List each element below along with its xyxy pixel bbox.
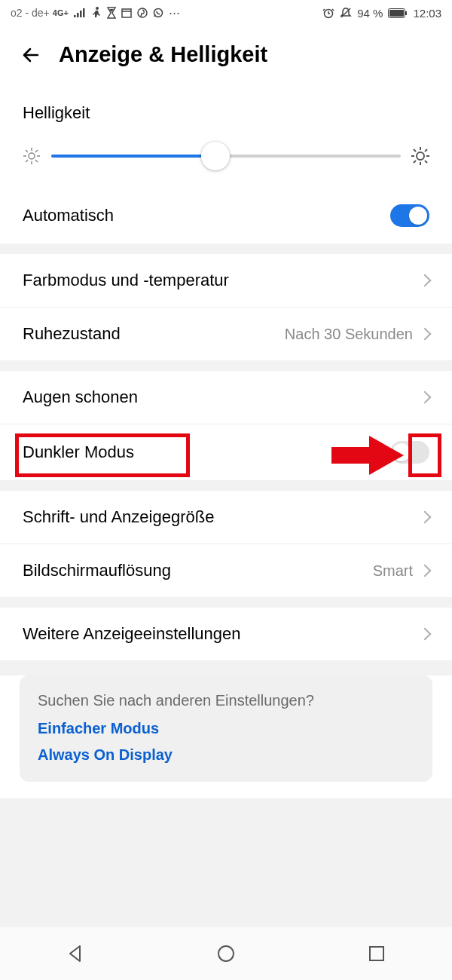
sun-low-icon xyxy=(21,145,42,167)
svg-rect-0 xyxy=(74,15,76,17)
chevron-right-icon xyxy=(419,511,432,524)
slider-thumb[interactable] xyxy=(201,142,230,170)
svg-rect-12 xyxy=(389,10,404,17)
signal-icon xyxy=(74,8,86,17)
chevron-right-icon xyxy=(419,628,432,641)
svg-line-29 xyxy=(425,161,427,163)
page-title: Anzeige & Helligkeit xyxy=(59,42,267,67)
brightness-label: Helligkeit xyxy=(0,90,452,130)
svg-point-14 xyxy=(29,153,35,159)
nav-home-icon[interactable] xyxy=(216,944,236,963)
color-mode-label: Farbmodus und -temperatur xyxy=(23,271,229,290)
svg-rect-5 xyxy=(122,9,131,17)
svg-line-28 xyxy=(414,149,416,152)
sun-high-icon xyxy=(410,145,431,167)
pinterest-icon xyxy=(137,8,148,18)
brightness-section: Helligkeit Automatisch xyxy=(0,90,452,243)
eye-comfort-row[interactable]: Augen schonen xyxy=(0,371,452,424)
dark-mode-label: Dunkler Modus xyxy=(23,443,134,462)
chevron-right-icon xyxy=(419,328,432,341)
search-suggestions-card: Suchen Sie nach anderen Einstellungen? E… xyxy=(20,675,432,782)
font-size-row[interactable]: Schrift- und Anzeigegröße xyxy=(0,491,452,544)
resolution-value: Smart xyxy=(373,562,413,580)
sleep-row[interactable]: Ruhezustand Nach 30 Sekunden xyxy=(0,307,452,360)
hourglass-icon xyxy=(107,7,116,19)
more-display-row[interactable]: Weitere Anzeigeeinstellungen xyxy=(0,608,452,660)
search-question: Suchen Sie nach anderen Einstellungen? xyxy=(38,692,414,709)
chevron-right-icon xyxy=(419,565,432,577)
brightness-slider[interactable] xyxy=(51,155,401,158)
auto-brightness-row[interactable]: Automatisch xyxy=(0,188,452,243)
calendar-icon xyxy=(121,8,132,18)
status-bar: o2 - de+ 4G+ ⋯ 94 % 12:03 xyxy=(0,0,452,26)
font-size-label: Schrift- und Anzeigegröße xyxy=(23,507,214,527)
mute-icon xyxy=(340,7,352,19)
network-label: 4G+ xyxy=(53,8,69,17)
carrier-label: o2 - de+ xyxy=(11,7,50,19)
sleep-label: Ruhezustand xyxy=(23,324,121,344)
svg-line-22 xyxy=(35,150,38,152)
battery-icon xyxy=(388,8,408,18)
svg-point-33 xyxy=(218,946,234,961)
dark-mode-row[interactable]: Dunkler Modus xyxy=(0,424,452,480)
sleep-value: Nach 30 Sekunden xyxy=(285,326,413,343)
back-icon[interactable] xyxy=(21,44,42,66)
auto-brightness-label: Automatisch xyxy=(23,206,114,225)
eye-comfort-label: Augen schonen xyxy=(23,387,138,407)
more-icon: ⋯ xyxy=(169,6,181,20)
svg-rect-13 xyxy=(405,11,407,15)
header: Anzeige & Helligkeit xyxy=(0,26,452,90)
svg-point-7 xyxy=(138,8,147,17)
always-on-display-link[interactable]: Always On Display xyxy=(38,746,414,764)
svg-line-30 xyxy=(414,161,416,163)
svg-line-21 xyxy=(26,160,28,162)
whatsapp-icon xyxy=(153,8,163,18)
auto-brightness-toggle[interactable] xyxy=(390,204,429,227)
more-display-label: Weitere Anzeigeeinstellungen xyxy=(23,624,240,644)
svg-rect-1 xyxy=(77,13,79,17)
svg-rect-34 xyxy=(370,947,383,960)
resolution-row[interactable]: Bildschirmauflösung Smart xyxy=(0,544,452,597)
nav-recent-icon[interactable] xyxy=(367,944,386,963)
svg-line-19 xyxy=(26,150,28,152)
svg-point-23 xyxy=(417,152,424,160)
color-mode-row[interactable]: Farbmodus und -temperatur xyxy=(0,254,452,307)
resolution-label: Bildschirmauflösung xyxy=(23,561,171,580)
svg-rect-3 xyxy=(83,8,85,17)
alarm-icon xyxy=(322,7,334,19)
walking-icon xyxy=(91,7,102,19)
svg-rect-2 xyxy=(80,11,82,17)
svg-line-20 xyxy=(35,160,38,162)
chevron-right-icon xyxy=(419,391,432,404)
battery-percent: 94 % xyxy=(357,7,383,20)
simple-mode-link[interactable]: Einfacher Modus xyxy=(38,720,414,737)
brightness-slider-row xyxy=(0,130,452,188)
svg-line-31 xyxy=(425,149,427,152)
clock: 12:03 xyxy=(413,7,441,20)
svg-point-4 xyxy=(96,7,99,10)
nav-back-icon[interactable] xyxy=(66,944,85,963)
dark-mode-toggle[interactable] xyxy=(390,441,429,464)
system-nav-bar xyxy=(0,927,452,980)
chevron-right-icon xyxy=(419,274,432,287)
